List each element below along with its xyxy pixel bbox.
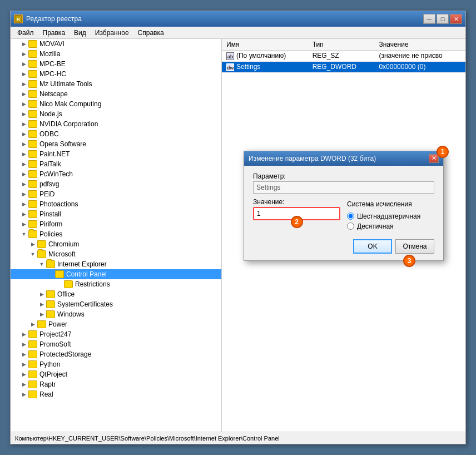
tree-item[interactable]: ▶Node.js — [11, 109, 221, 119]
tree-item[interactable]: ▶PalTalk — [11, 159, 221, 169]
tree-item[interactable]: Control Panel — [11, 269, 221, 279]
tree-label: MOVAVI — [39, 40, 65, 48]
reg-type-icon: ab — [226, 52, 234, 60]
tree-item[interactable]: ▶Chromium — [11, 239, 221, 249]
tree-item[interactable]: ▼Microsoft — [11, 249, 221, 259]
table-row[interactable]: ab(По умолчанию)REG_SZ(значение не присв… — [222, 51, 465, 62]
radio-hex[interactable]: Шестнадцатеричная — [347, 212, 434, 220]
tree-item[interactable]: ▼Policies — [11, 229, 221, 239]
tree-arrow-icon: ▶ — [19, 350, 28, 359]
folder-icon — [28, 220, 37, 228]
tree-item[interactable]: ▶Office — [11, 289, 221, 299]
tree-arrow-icon: ▶ — [19, 80, 28, 88]
tree-arrow-icon: ▶ — [19, 180, 28, 189]
tree-arrow-icon: ▶ — [19, 340, 28, 349]
value-row: Значение: 2 Система исчисления Шестнадца… — [253, 198, 434, 230]
tree-label: Python — [39, 360, 60, 368]
table-row[interactable]: dwSettingsREG_DWORD0x00000000 (0) — [222, 61, 465, 72]
folder-icon — [28, 170, 37, 178]
tree-item[interactable]: ▶pdfsvg — [11, 179, 221, 189]
folder-icon — [28, 150, 37, 158]
folder-icon — [46, 290, 55, 298]
dialog-body: Параметр: Значение: 2 Система ис — [244, 166, 443, 237]
tree-label: MPC-BE — [39, 60, 66, 68]
tree-item[interactable]: ▶PromoSoft — [11, 339, 221, 349]
tree-item[interactable]: ▶Windows — [11, 309, 221, 319]
tree-arrow-icon: ▶ — [19, 160, 28, 169]
tree-arrow-icon: ▶ — [19, 100, 28, 108]
tree-item[interactable]: ▶Mozilla — [11, 49, 221, 59]
tree-item[interactable]: ▼Internet Explorer — [11, 259, 221, 269]
tree-arrow-icon: ▶ — [37, 300, 46, 309]
folder-icon — [28, 50, 37, 58]
registry-tree[interactable]: ▶MOVAVI▶Mozilla▶MPC-BE▶MPC-HC▶Mz Ultimat… — [11, 39, 222, 432]
tree-item[interactable]: ▶Pinstall — [11, 209, 221, 219]
tree-arrow-icon: ▶ — [19, 39, 28, 48]
menu-help[interactable]: Справка — [133, 28, 168, 38]
tree-item[interactable]: ▶QtProject — [11, 369, 221, 379]
main-content: ▶MOVAVI▶Mozilla▶MPC-BE▶MPC-HC▶Mz Ultimat… — [11, 39, 465, 432]
folder-icon — [28, 370, 37, 378]
maximize-button[interactable]: □ — [437, 14, 449, 24]
tree-item[interactable]: ▶Project247 — [11, 329, 221, 339]
menu-file[interactable]: Файл — [13, 28, 38, 38]
tree-item[interactable]: ▶MOVAVI — [11, 39, 221, 49]
folder-icon — [28, 80, 37, 88]
tree-item[interactable]: ▶SystemCertificates — [11, 299, 221, 309]
tree-item[interactable]: ▶Raptr — [11, 379, 221, 389]
tree-label: Node.js — [39, 110, 62, 118]
dialog-buttons: OK Отмена 3 — [244, 237, 443, 260]
tree-arrow-icon: ▶ — [19, 210, 28, 219]
tree-arrow-icon: ▶ — [19, 60, 28, 68]
radio-decimal[interactable]: Десятичная — [347, 222, 434, 230]
tree-item[interactable]: ▶Real — [11, 389, 221, 399]
cancel-button[interactable]: Отмена — [395, 239, 434, 254]
tree-item[interactable]: ▶MPC-HC — [11, 69, 221, 79]
folder-icon — [28, 380, 37, 388]
tree-item[interactable]: ▶Paint.NET — [11, 149, 221, 159]
tree-item[interactable]: ▶Mz Ultimate Tools — [11, 79, 221, 89]
tree-item[interactable]: ▶Photoactions — [11, 199, 221, 209]
ok-button[interactable]: OK — [353, 239, 392, 254]
param-field — [253, 181, 434, 194]
badge-2: 2 — [291, 216, 303, 228]
menu-edit[interactable]: Правка — [38, 28, 70, 38]
tree-item[interactable]: ▶MPC-BE — [11, 59, 221, 69]
menu-bar: Файл Правка Вид Избранное Справка — [11, 27, 465, 39]
menu-view[interactable]: Вид — [70, 28, 91, 38]
tree-arrow-icon: ▶ — [19, 370, 28, 379]
tree-item[interactable]: ▶Python — [11, 359, 221, 369]
folder-icon — [28, 360, 37, 368]
tree-item[interactable]: ▶Piriform — [11, 219, 221, 229]
tree-label: Paint.NET — [39, 150, 70, 158]
minimize-button[interactable]: ─ — [423, 14, 435, 24]
tree-item[interactable]: ▶Nico Mak Computing — [11, 99, 221, 109]
tree-item[interactable]: ▶NVIDIA Corporation — [11, 119, 221, 129]
folder-icon — [28, 180, 37, 188]
tree-arrow-icon: ▶ — [37, 290, 46, 299]
tree-arrow-icon: ▶ — [19, 330, 28, 339]
tree-label: PalTalk — [39, 160, 61, 168]
folder-icon — [37, 240, 46, 248]
tree-arrow-icon: ▶ — [19, 360, 28, 369]
tree-label: Netscape — [39, 90, 68, 98]
tree-label: Chromium — [48, 240, 79, 248]
tree-item[interactable]: ▶Netscape — [11, 89, 221, 99]
tree-item[interactable]: ▶Power — [11, 319, 221, 329]
tree-item[interactable]: ▶PcWinTech — [11, 169, 221, 179]
dword-dialog: 1 Изменение параметра DWORD (32 бита) ✕ … — [244, 151, 444, 261]
tree-item[interactable]: ▶Opera Software — [11, 139, 221, 149]
tree-item[interactable]: ▶ProtectedStorage — [11, 349, 221, 359]
tree-item[interactable]: Restrictions — [11, 279, 221, 289]
tree-label: Project247 — [39, 330, 71, 338]
menu-favorites[interactable]: Избранное — [91, 28, 133, 38]
folder-icon — [37, 250, 46, 258]
tree-arrow-icon: ▶ — [19, 140, 28, 149]
close-button[interactable]: ✕ — [450, 14, 462, 24]
tree-arrow-icon — [55, 280, 64, 289]
folder-icon — [28, 90, 37, 98]
tree-item[interactable]: ▶PEiD — [11, 189, 221, 199]
tree-label: Piriform — [39, 220, 62, 228]
tree-label: pdfsvg — [39, 180, 59, 188]
tree-item[interactable]: ▶ODBC — [11, 129, 221, 139]
